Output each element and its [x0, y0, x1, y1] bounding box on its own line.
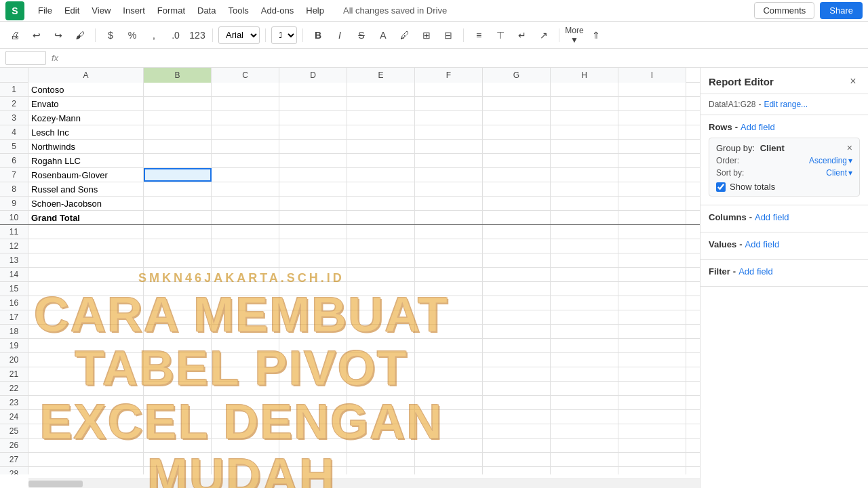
- row-num-4[interactable]: 4: [0, 125, 28, 139]
- cell-23-C[interactable]: [212, 396, 279, 409]
- cell-25-C[interactable]: [212, 424, 279, 438]
- cell-14-H[interactable]: [551, 268, 618, 281]
- cell-11-H[interactable]: [551, 225, 618, 239]
- row-num-11[interactable]: 11: [0, 225, 28, 239]
- cell-13-G[interactable]: [483, 253, 551, 267]
- cell-4-G[interactable]: [483, 125, 551, 139]
- columns-add-field-link[interactable]: Add field: [755, 212, 789, 222]
- cell-12-C[interactable]: [212, 239, 279, 253]
- cell-10-H[interactable]: [551, 211, 618, 224]
- cell-18-G[interactable]: [483, 325, 551, 338]
- cell-23-G[interactable]: [483, 396, 551, 409]
- cell-26-B[interactable]: [144, 439, 212, 452]
- cell-25-D[interactable]: [279, 424, 347, 438]
- cell-26-I[interactable]: [618, 439, 686, 452]
- cell-20-C[interactable]: [212, 353, 279, 367]
- cell-12-E[interactable]: [347, 239, 415, 253]
- cell-20-A[interactable]: [28, 353, 144, 367]
- cell-18-I[interactable]: [618, 325, 686, 338]
- cell-9-A[interactable]: Schoen-Jacobson: [28, 197, 144, 210]
- cell-27-I[interactable]: [618, 453, 686, 466]
- cell-19-D[interactable]: [279, 339, 347, 352]
- cell-8-A[interactable]: Russel and Sons: [28, 182, 144, 196]
- cell-14-E[interactable]: [347, 268, 415, 281]
- row-num-19[interactable]: 19: [0, 339, 28, 352]
- cell-6-C[interactable]: [212, 154, 279, 167]
- highlight-button[interactable]: 🖊: [395, 26, 414, 45]
- cell-3-B[interactable]: [144, 111, 212, 125]
- cell-12-D[interactable]: [279, 239, 347, 253]
- cell-12-A[interactable]: [28, 239, 144, 253]
- cell-11-C[interactable]: [212, 225, 279, 239]
- row-num-6[interactable]: 6: [0, 154, 28, 167]
- cell-19-G[interactable]: [483, 339, 551, 352]
- cell-26-G[interactable]: [483, 439, 551, 452]
- cell-26-D[interactable]: [279, 439, 347, 452]
- cell-3-D[interactable]: [279, 111, 347, 125]
- cell-10-F[interactable]: [415, 211, 483, 224]
- cell-4-D[interactable]: [279, 125, 347, 139]
- cell-24-F[interactable]: [415, 410, 483, 424]
- cell-25-B[interactable]: [144, 424, 212, 438]
- cell-22-E[interactable]: [347, 382, 415, 395]
- percent-button[interactable]: %: [123, 26, 142, 45]
- cell-14-I[interactable]: [618, 268, 686, 281]
- cell-24-H[interactable]: [551, 410, 618, 424]
- cell-24-G[interactable]: [483, 410, 551, 424]
- collapse-button[interactable]: ⇑: [587, 26, 606, 45]
- cell-24-C[interactable]: [212, 410, 279, 424]
- font-select[interactable]: Arial: [218, 26, 260, 44]
- cell-20-E[interactable]: [347, 353, 415, 367]
- col-header-C[interactable]: C: [212, 68, 279, 83]
- cell-2-D[interactable]: [279, 97, 347, 110]
- cell-22-G[interactable]: [483, 382, 551, 395]
- cell-14-G[interactable]: [483, 268, 551, 281]
- cell-21-I[interactable]: [618, 367, 686, 381]
- cell-27-G[interactable]: [483, 453, 551, 466]
- cell-1-H[interactable]: [551, 83, 618, 96]
- cell-4-H[interactable]: [551, 125, 618, 139]
- cell-13-I[interactable]: [618, 253, 686, 267]
- cell-3-I[interactable]: [618, 111, 686, 125]
- cell-26-F[interactable]: [415, 439, 483, 452]
- cell-25-I[interactable]: [618, 424, 686, 438]
- cell-15-G[interactable]: [483, 282, 551, 296]
- cell-3-E[interactable]: [347, 111, 415, 125]
- cell-10-G[interactable]: [483, 211, 551, 224]
- cell-11-B[interactable]: [144, 225, 212, 239]
- cell-19-B[interactable]: [144, 339, 212, 352]
- cell-1-F[interactable]: [415, 83, 483, 96]
- col-header-F[interactable]: F: [415, 68, 483, 83]
- cell-27-B[interactable]: [144, 453, 212, 466]
- cell-25-F[interactable]: [415, 424, 483, 438]
- cell-5-B[interactable]: [144, 140, 212, 153]
- cell-1-C[interactable]: [212, 83, 279, 96]
- menu-file[interactable]: File: [33, 3, 58, 18]
- cell-28-A[interactable]: [28, 467, 144, 474]
- cell-26-H[interactable]: [551, 439, 618, 452]
- cell-20-G[interactable]: [483, 353, 551, 367]
- cell-8-G[interactable]: [483, 182, 551, 196]
- cell-20-D[interactable]: [279, 353, 347, 367]
- cell-13-H[interactable]: [551, 253, 618, 267]
- cell-15-H[interactable]: [551, 282, 618, 296]
- row-num-26[interactable]: 26: [0, 439, 28, 452]
- cell-22-C[interactable]: [212, 382, 279, 395]
- cell-17-H[interactable]: [551, 310, 618, 324]
- cell-15-F[interactable]: [415, 282, 483, 296]
- cell-12-B[interactable]: [144, 239, 212, 253]
- cell-11-E[interactable]: [347, 225, 415, 239]
- cell-14-D[interactable]: [279, 268, 347, 281]
- cell-7-F[interactable]: [415, 168, 483, 182]
- cell-3-F[interactable]: [415, 111, 483, 125]
- row-num-7[interactable]: 7: [0, 168, 28, 182]
- cell-4-E[interactable]: [347, 125, 415, 139]
- cell-11-G[interactable]: [483, 225, 551, 239]
- cell-2-A[interactable]: Envato: [28, 97, 144, 110]
- col-header-B[interactable]: B: [144, 68, 212, 83]
- cell-22-A[interactable]: [28, 382, 144, 395]
- cell-5-G[interactable]: [483, 140, 551, 153]
- cell-17-E[interactable]: [347, 310, 415, 324]
- cell-9-H[interactable]: [551, 197, 618, 210]
- cell-28-C[interactable]: [212, 467, 279, 474]
